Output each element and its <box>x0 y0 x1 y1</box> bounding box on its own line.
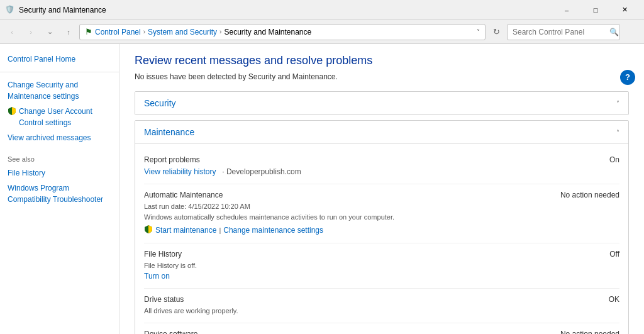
device-software-item: Device software No action needed <box>144 323 619 335</box>
title-bar-text: Security and Maintenance <box>19 6 552 14</box>
search-input[interactable] <box>513 28 607 36</box>
drive-status-status: OK <box>557 295 619 304</box>
sidebar-item-file-history[interactable]: File History <box>8 165 111 181</box>
device-software-left: Device software <box>144 330 557 335</box>
breadcrumb-sep-2: › <box>219 28 221 35</box>
maintenance-section-body: Report problems View reliability history… <box>135 143 628 334</box>
forward-button[interactable]: › <box>23 24 39 40</box>
file-history-status: Off <box>557 250 619 259</box>
sidebar: Control Panel Home Change Security and M… <box>0 44 119 334</box>
drive-status-detail: All drives are working properly. <box>144 306 557 316</box>
search-box[interactable]: 🔍 <box>507 24 620 40</box>
sidebar-see-also: See also File History Windows Program Co… <box>0 155 119 207</box>
page-subtitle: No issues have been detected by Security… <box>135 72 629 81</box>
help-button[interactable]: ? <box>620 70 635 85</box>
maintenance-link-separator: | <box>219 225 221 236</box>
report-problems-status: On <box>557 155 619 164</box>
up-button[interactable]: ↑ <box>60 24 77 40</box>
sidebar-divider-1 <box>0 72 119 72</box>
maintenance-section-header[interactable]: Maintenance ˄ <box>135 121 628 143</box>
sidebar-item-control-panel-home[interactable]: Control Panel Home <box>0 52 119 67</box>
report-problems-left: Report problems View reliability history… <box>144 155 557 177</box>
last-run-text: Last run date: 4/15/2022 10:20 AM <box>144 201 557 212</box>
report-problems-detail: View reliability history · Developerpubl… <box>144 166 557 177</box>
sidebar-item-change-security[interactable]: Change Security and Maintenance settings <box>0 77 119 104</box>
close-button[interactable]: ✕ <box>610 0 639 20</box>
automatic-maintenance-item: Automatic Maintenance Last run date: 4/1… <box>144 184 619 243</box>
address-expand-icon[interactable]: ˅ <box>477 28 480 35</box>
title-bar-controls: – □ ✕ <box>552 0 639 20</box>
recent-locations-button[interactable]: ⌄ <box>42 24 58 40</box>
refresh-button[interactable]: ↻ <box>488 24 504 40</box>
app-icon: 🛡️ <box>5 5 15 15</box>
turn-on-link[interactable]: Turn on <box>144 272 170 281</box>
nav-bar: ‹ › ⌄ ↑ ⚑ Control Panel › System and Sec… <box>0 20 644 44</box>
auto-schedule-text: Windows automatically schedules maintena… <box>144 212 557 223</box>
report-problems-label: Report problems <box>144 155 557 164</box>
search-icon: 🔍 <box>609 28 619 36</box>
maximize-button[interactable]: □ <box>581 0 610 20</box>
breadcrumb-control-panel[interactable]: Control Panel <box>95 28 141 36</box>
breadcrumb-system-security[interactable]: System and Security <box>148 28 217 36</box>
breadcrumb-current: Security and Maintenance <box>224 28 311 36</box>
maintenance-section: Maintenance ˄ Report problems View relia… <box>135 120 629 334</box>
sidebar-item-uac-label: Change User Account Control settings <box>19 106 111 128</box>
drive-status-left: Drive status All drives are working prop… <box>144 295 557 316</box>
uac-shield-icon <box>8 106 16 115</box>
automatic-maintenance-detail: Last run date: 4/15/2022 10:20 AM Window… <box>144 201 557 237</box>
device-software-label: Device software <box>144 330 557 335</box>
file-history-off-text: File History is off. <box>144 260 557 271</box>
device-software-status: No action needed <box>557 330 619 335</box>
view-reliability-link[interactable]: View reliability history <box>144 167 216 176</box>
file-history-label: File History <box>144 250 557 259</box>
security-section-title: Security <box>144 98 176 108</box>
title-bar: 🛡️ Security and Maintenance – □ ✕ <box>0 0 644 20</box>
sidebar-item-change-uac[interactable]: Change User Account Control settings <box>0 104 119 130</box>
report-problems-item: Report problems View reliability history… <box>144 149 619 184</box>
maintenance-chevron-icon: ˄ <box>616 129 619 136</box>
security-chevron-icon: ˅ <box>616 100 619 107</box>
breadcrumb: Control Panel › System and Security › Se… <box>95 28 311 36</box>
security-section-header[interactable]: Security ˅ <box>135 92 628 114</box>
file-history-detail: File History is off. Turn on <box>144 260 557 282</box>
maintenance-shield-icon <box>144 225 153 237</box>
file-history-item: File History File History is off. Turn o… <box>144 243 619 289</box>
breadcrumb-sep-1: › <box>143 28 145 35</box>
file-history-left: File History File History is off. Turn o… <box>144 250 557 282</box>
security-section: Security ˅ <box>135 91 629 115</box>
main-layout: Control Panel Home Change Security and M… <box>0 44 644 334</box>
address-bar[interactable]: ⚑ Control Panel › System and Security › … <box>79 24 486 40</box>
minimize-button[interactable]: – <box>552 0 581 20</box>
sidebar-item-windows-compat[interactable]: Windows Program Compatibility Troublesho… <box>8 181 111 207</box>
watermark: · Developerpublish.com <box>218 167 301 176</box>
page-title: Review recent messages and resolve probl… <box>135 54 629 67</box>
automatic-maintenance-actions: Start maintenance | Change maintenance s… <box>144 225 557 237</box>
change-maintenance-settings-link[interactable]: Change maintenance settings <box>223 225 323 236</box>
content-area: Review recent messages and resolve probl… <box>119 44 644 334</box>
start-maintenance-link[interactable]: Start maintenance <box>155 225 216 236</box>
drive-status-label: Drive status <box>144 295 557 304</box>
see-also-title: See also <box>8 155 111 163</box>
maintenance-section-title: Maintenance <box>144 127 194 137</box>
automatic-maintenance-label: Automatic Maintenance <box>144 191 557 199</box>
drive-status-item: Drive status All drives are working prop… <box>144 289 619 323</box>
sidebar-item-view-archived[interactable]: View archived messages <box>0 130 119 145</box>
breadcrumb-flag-icon: ⚑ <box>85 27 92 36</box>
automatic-maintenance-status: No action needed <box>557 191 619 199</box>
automatic-maintenance-left: Automatic Maintenance Last run date: 4/1… <box>144 191 557 237</box>
back-button[interactable]: ‹ <box>4 24 20 40</box>
